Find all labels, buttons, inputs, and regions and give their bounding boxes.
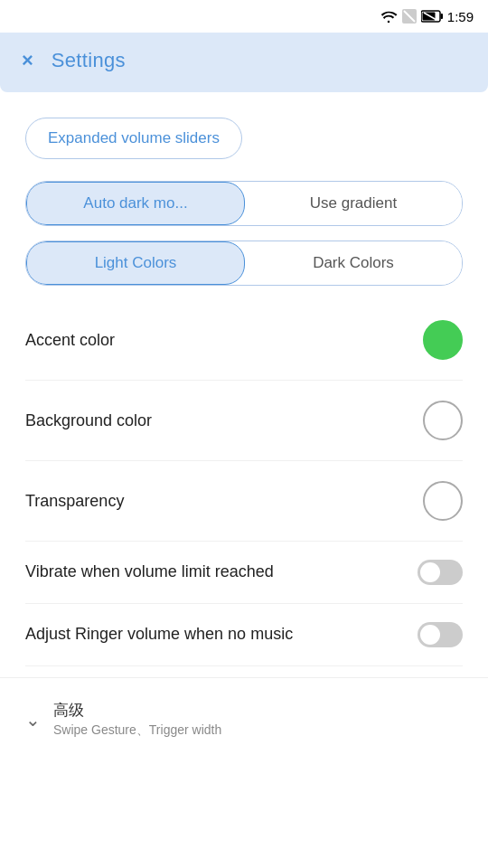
advanced-footer[interactable]: ⌄ 高级 Swipe Gesture、Trigger width bbox=[0, 677, 488, 753]
chevron-down-icon: ⌄ bbox=[25, 709, 41, 731]
status-icons: 1:59 bbox=[380, 9, 474, 24]
settings-header: × Settings bbox=[0, 33, 488, 92]
svg-rect-3 bbox=[440, 14, 443, 19]
status-bar: 1:59 bbox=[0, 0, 488, 33]
signal-icon bbox=[402, 9, 417, 24]
advanced-title: 高级 bbox=[53, 700, 221, 721]
transparency-circle[interactable] bbox=[423, 481, 463, 521]
colors-mode-group: Light Colors Dark Colors bbox=[25, 241, 463, 286]
dark-colors-button[interactable]: Dark Colors bbox=[245, 241, 462, 285]
header-title: Settings bbox=[52, 49, 126, 72]
transparency-row: Transparency bbox=[25, 461, 463, 542]
settings-content: Expanded volume sliders Auto dark mo... … bbox=[0, 118, 488, 666]
battery-icon bbox=[421, 10, 443, 23]
ringer-row: Adjust Ringer volume when no music bbox=[25, 604, 463, 666]
dark-mode-group: Auto dark mo... Use gradient bbox=[25, 181, 463, 226]
use-gradient-button[interactable]: Use gradient bbox=[245, 182, 462, 225]
vibrate-label: Vibrate when volume limit reached bbox=[25, 561, 274, 583]
auto-dark-mode-button[interactable]: Auto dark mo... bbox=[26, 182, 245, 225]
ringer-toggle[interactable] bbox=[418, 622, 463, 647]
advanced-subtitle: Swipe Gesture、Trigger width bbox=[53, 722, 221, 739]
transparency-label: Transparency bbox=[25, 492, 124, 511]
close-button[interactable]: × bbox=[22, 51, 33, 71]
background-color-row: Background color bbox=[25, 381, 463, 461]
accent-color-circle[interactable] bbox=[423, 320, 463, 360]
vibrate-row: Vibrate when volume limit reached bbox=[25, 542, 463, 604]
vibrate-toggle[interactable] bbox=[418, 560, 463, 585]
accent-color-label: Accent color bbox=[25, 331, 115, 350]
ringer-label: Adjust Ringer volume when no music bbox=[25, 623, 293, 646]
accent-color-row: Accent color bbox=[25, 300, 463, 381]
status-time: 1:59 bbox=[447, 9, 474, 24]
light-colors-button[interactable]: Light Colors bbox=[26, 241, 245, 285]
background-color-circle[interactable] bbox=[423, 401, 463, 440]
expanded-volume-button[interactable]: Expanded volume sliders bbox=[25, 118, 242, 159]
ringer-slider bbox=[418, 622, 463, 647]
footer-text-block: 高级 Swipe Gesture、Trigger width bbox=[53, 700, 221, 739]
background-color-label: Background color bbox=[25, 411, 152, 430]
vibrate-slider bbox=[418, 560, 463, 585]
wifi-icon bbox=[380, 10, 398, 24]
